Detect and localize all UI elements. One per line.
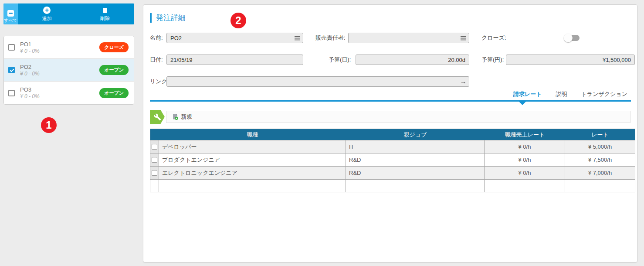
budget-yen-input[interactable]	[506, 55, 635, 65]
po1-name: PO1	[20, 41, 99, 48]
active-tab-caret	[519, 102, 526, 105]
page-title: 発注詳細	[156, 13, 186, 23]
budget-yen-field-wrap	[506, 55, 635, 65]
row2-checkbox[interactable]	[152, 157, 157, 163]
row2-job-type: プロダクトエンジニア	[159, 153, 346, 167]
header-rate: レート	[565, 129, 635, 140]
tab-description[interactable]: 説明	[556, 90, 567, 101]
row1-rate: ¥ 5,000/h	[565, 140, 635, 153]
wrench-icon	[154, 113, 161, 121]
row3-job-type: エレクトロニックエンジニア	[159, 167, 346, 180]
close-label: クローズ:	[481, 33, 506, 43]
tab-billing-rates[interactable]: 請求レート	[513, 90, 542, 101]
annotation-badge-2: 2	[230, 13, 246, 28]
title-accent-bar	[150, 13, 152, 23]
delete-label: 削除	[100, 15, 110, 22]
list-item-po1[interactable]: PO1 ¥ 0 - 0% クローズ	[4, 36, 134, 59]
row1-parent-job: IT	[346, 140, 485, 153]
detail-tabs: 請求レート 説明 トランザクション	[513, 90, 627, 101]
sales-manager-field-wrap	[348, 33, 469, 43]
row3-sales-rate: ¥ 0/h	[485, 167, 565, 180]
po2-stats: ¥ 0 - 0%	[20, 71, 99, 77]
row3-checkbox[interactable]	[152, 170, 157, 176]
po3-name: PO3	[20, 86, 99, 93]
name-menu-icon[interactable]	[294, 34, 301, 41]
row3-parent-job: R&D	[346, 167, 485, 180]
po3-status-badge: オープン	[99, 88, 129, 98]
new-document-icon	[172, 114, 178, 120]
billing-rate-table: 職種 親ジョブ 職種売上レート レート デベロッパー IT ¥ 0/h ¥ 5,…	[150, 129, 635, 192]
po1-checkbox[interactable]	[8, 44, 15, 51]
table-row[interactable]: デベロッパー IT ¥ 0/h ¥ 5,000/h	[150, 140, 635, 153]
tools-button[interactable]	[150, 110, 165, 124]
delete-button[interactable]: 削除	[76, 3, 135, 24]
trash-icon	[102, 7, 108, 14]
budget-days-label: 予算(日):	[329, 55, 351, 65]
row2-parent-job: R&D	[346, 153, 485, 167]
po1-status-badge: クローズ	[99, 42, 129, 52]
select-all-icon	[7, 10, 14, 17]
po2-checkbox[interactable]	[8, 67, 15, 73]
row2-rate: ¥ 7,500/h	[565, 153, 635, 167]
date-input[interactable]	[166, 55, 303, 65]
table-header-row: 職種 親ジョブ 職種売上レート レート	[150, 129, 635, 140]
panel-header: 発注詳細	[150, 13, 186, 23]
select-all-button[interactable]: すべて	[3, 3, 18, 24]
table-empty-row[interactable]	[150, 180, 635, 192]
name-input[interactable]	[166, 33, 303, 43]
add-label: 追加	[42, 15, 52, 22]
order-detail-panel: 発注詳細 名前: 販売責任者: クローズ: 日付: 予算(日): 予算(円): …	[143, 4, 637, 263]
new-row-button[interactable]: 新規	[166, 111, 198, 123]
name-label: 名前:	[150, 33, 163, 43]
link-input[interactable]	[166, 76, 469, 87]
budget-days-input[interactable]	[356, 55, 469, 65]
po2-name: PO2	[20, 64, 99, 70]
new-row-label: 新規	[181, 113, 192, 121]
po1-stats: ¥ 0 - 0%	[20, 48, 99, 54]
add-icon: +	[43, 7, 51, 14]
purchase-order-list: PO1 ¥ 0 - 0% クローズ PO2 ¥ 0 - 0% オープン PO3 …	[3, 36, 134, 105]
list-item-po2[interactable]: PO2 ¥ 0 - 0% オープン	[4, 59, 134, 82]
date-label: 日付:	[150, 55, 163, 65]
row1-sales-rate: ¥ 0/h	[485, 140, 565, 153]
header-job-type: 職種	[159, 129, 346, 140]
row1-job-type: デベロッパー	[159, 140, 346, 153]
row1-checkbox[interactable]	[152, 144, 157, 150]
tab-underline	[150, 100, 631, 102]
name-field-wrap	[166, 33, 303, 43]
link-field-wrap: →	[166, 76, 469, 87]
date-field-wrap	[166, 55, 303, 65]
sales-manager-input[interactable]	[348, 33, 469, 43]
header-checkbox-col	[150, 129, 159, 140]
link-arrow-icon[interactable]: →	[460, 78, 467, 85]
add-button[interactable]: + 追加	[18, 3, 76, 24]
budget-days-field-wrap	[356, 55, 469, 65]
close-toggle[interactable]	[564, 34, 580, 42]
link-label: リンク:	[150, 76, 169, 87]
annotation-badge-1: 1	[41, 117, 57, 133]
budget-yen-label: 予算(円):	[481, 55, 504, 65]
row3-rate: ¥ 7,000/h	[565, 167, 635, 180]
header-sales-rate: 職種売上レート	[485, 129, 565, 140]
sales-manager-menu-icon[interactable]	[460, 34, 467, 41]
po3-stats: ¥ 0 - 0%	[20, 93, 99, 99]
po3-checkbox[interactable]	[8, 90, 15, 96]
row2-sales-rate: ¥ 0/h	[485, 153, 565, 167]
tab-transactions[interactable]: トランザクション	[581, 90, 627, 101]
list-item-po3[interactable]: PO3 ¥ 0 - 0% オープン	[4, 82, 134, 104]
select-all-label: すべて	[4, 17, 17, 24]
table-row[interactable]: プロダクトエンジニア R&D ¥ 0/h ¥ 7,500/h	[150, 153, 635, 167]
toggle-knob	[564, 34, 573, 42]
list-toolbar: すべて + 追加 削除	[3, 3, 134, 24]
table-row[interactable]: エレクトロニックエンジニア R&D ¥ 0/h ¥ 7,000/h	[150, 167, 635, 180]
sales-manager-label: 販売責任者:	[315, 33, 346, 43]
grid-toolbar: 新規	[166, 111, 630, 123]
po2-status-badge: オープン	[99, 65, 129, 75]
header-parent-job: 親ジョブ	[346, 129, 485, 140]
